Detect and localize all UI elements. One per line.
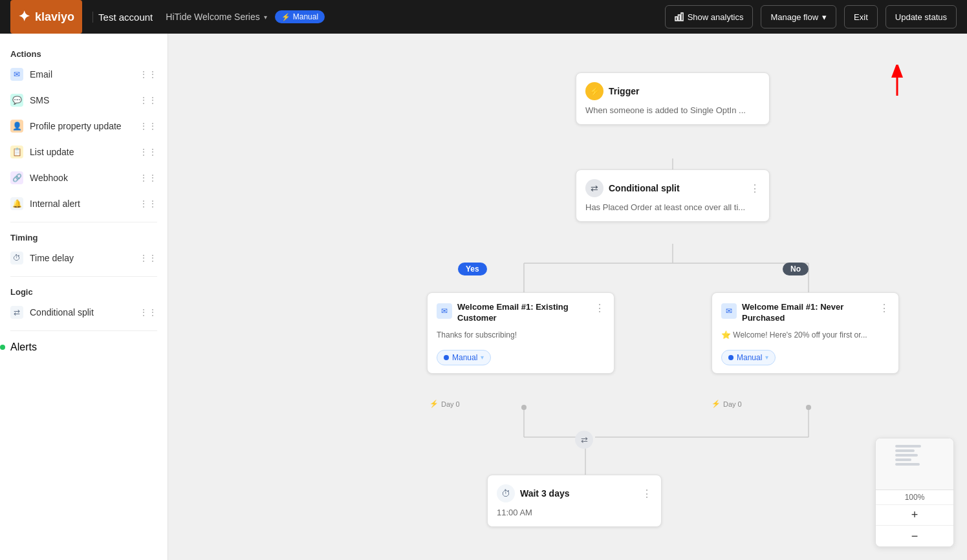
sidebar-item-sms[interactable]: 💬 SMS ⋮⋮	[0, 87, 168, 113]
drag-handle-icon: ⋮⋮	[139, 121, 157, 131]
flow-canvas[interactable]: ⚡ Trigger When someone is added to Singl…	[168, 34, 967, 560]
wait-icon: ⏱	[497, 484, 515, 502]
exit-button[interactable]: Exit	[844, 5, 878, 28]
email-right-status[interactable]: Manual ▾	[721, 350, 776, 365]
alert-icon: 🔔	[10, 197, 23, 210]
sidebar-item-email[interactable]: ✉ Email ⋮⋮	[0, 61, 168, 87]
list-icon: 📋	[10, 145, 23, 158]
mini-line	[895, 463, 920, 466]
drag-handle-icon: ⋮⋮	[139, 173, 157, 183]
logic-section-title: Logic	[0, 282, 168, 299]
email-left-icon: ✉	[437, 303, 452, 319]
svg-rect-0	[675, 17, 677, 21]
timing-section-title: Timing	[0, 228, 168, 245]
webhook-icon: 🔗	[10, 171, 23, 184]
list-label: List update	[30, 147, 74, 157]
email-node-right[interactable]: ✉ Welcome Email #1: Never Purchased ⋮ ⭐ …	[712, 292, 899, 374]
wait-node[interactable]: ⏱ Wait 3 days ⋮ 11:00 AM	[487, 475, 662, 527]
account-name: Test account	[92, 12, 153, 23]
badge-no: No	[783, 263, 809, 275]
merge-node: ⇄	[575, 431, 593, 449]
wait-more-icon[interactable]: ⋮	[642, 488, 652, 500]
wait-body: 11:00 AM	[488, 508, 661, 526]
email-right-more-icon[interactable]: ⋮	[879, 302, 889, 314]
email-icon: ✉	[10, 68, 23, 81]
cond-split-icon: ⇄	[585, 179, 603, 197]
email-node-left[interactable]: ✉ Welcome Email #1: Existing Customer ⋮ …	[427, 292, 614, 374]
email-left-more-icon[interactable]: ⋮	[594, 302, 605, 314]
manual-badge-label: Manual	[293, 12, 318, 21]
manage-flow-chevron-icon: ▾	[822, 12, 827, 22]
zoom-controls: 100% + −	[875, 438, 954, 547]
drag-handle-icon: ⋮⋮	[139, 307, 157, 318]
conditional-label: Conditional split	[30, 307, 94, 318]
manage-flow-button[interactable]: Manage flow ▾	[761, 5, 836, 28]
mini-line	[895, 445, 921, 447]
sidebar: Actions ✉ Email ⋮⋮ 💬 SMS ⋮⋮ 👤 Profile pr…	[0, 34, 168, 560]
trigger-body: When someone is added to Single OptIn ..…	[576, 105, 769, 124]
update-status-label: Update status	[895, 12, 947, 22]
conditional-icon: ⇄	[10, 306, 23, 319]
webhook-label: Webhook	[30, 173, 68, 183]
more-options-icon[interactable]: ⋮	[750, 182, 760, 195]
sidebar-item-webhook[interactable]: 🔗 Webhook ⋮⋮	[0, 165, 168, 191]
divider	[10, 330, 157, 331]
show-analytics-label: Show analytics	[688, 12, 744, 22]
wait-title: Wait 3 days	[520, 488, 570, 499]
day-label-left: ⚡ Day 0	[429, 400, 460, 408]
svg-rect-2	[681, 13, 683, 21]
drag-handle-icon: ⋮⋮	[139, 69, 157, 80]
lightning-icon: ⚡	[429, 400, 439, 408]
internal-alert-label: Internal alert	[30, 199, 80, 209]
profile-label: Profile property update	[30, 121, 122, 131]
sms-label: SMS	[30, 95, 49, 105]
zoom-in-button[interactable]: +	[876, 505, 953, 526]
show-analytics-button[interactable]: Show analytics	[665, 5, 754, 28]
email-right-body: ⭐ Welcome! Here's 20% off your first or.…	[712, 328, 898, 346]
status-dot-icon	[444, 355, 449, 360]
mini-line	[895, 449, 915, 452]
svg-point-15	[521, 405, 527, 410]
sidebar-item-internal-alert[interactable]: 🔔 Internal alert ⋮⋮	[0, 191, 168, 217]
email-label: Email	[30, 69, 52, 80]
trigger-title: Trigger	[609, 86, 639, 96]
cond-split-body: Has Placed Order at least once over all …	[576, 202, 769, 221]
email-right-status-label: Manual	[737, 353, 762, 362]
email-left-status[interactable]: Manual ▾	[437, 350, 491, 365]
time-icon: ⏱	[10, 252, 23, 264]
drag-handle-icon: ⋮⋮	[139, 199, 157, 209]
analytics-icon	[675, 12, 684, 21]
trigger-node[interactable]: ⚡ Trigger When someone is added to Singl…	[576, 72, 770, 125]
flow-name-label: HiTide Welcome Series	[166, 12, 260, 22]
drag-handle-icon: ⋮⋮	[139, 95, 157, 105]
trigger-icon: ⚡	[585, 82, 603, 100]
badge-yes: Yes	[458, 263, 487, 275]
flow-name-selector[interactable]: HiTide Welcome Series ▾	[166, 12, 267, 22]
email-right-title: Welcome Email #1: Never Purchased	[742, 302, 874, 324]
header: ✦ klaviyo Test account HiTide Welcome Se…	[0, 0, 967, 34]
alerts-status-dot	[0, 345, 5, 350]
status-chevron-icon: ▾	[481, 354, 484, 361]
sidebar-item-conditional-split[interactable]: ⇄ Conditional split ⋮⋮	[0, 299, 168, 325]
status-chevron-icon: ▾	[765, 354, 768, 361]
sidebar-item-profile[interactable]: 👤 Profile property update ⋮⋮	[0, 113, 168, 139]
update-status-button[interactable]: Update status	[886, 5, 957, 28]
zoom-level-label: 100%	[876, 490, 953, 505]
email-left-title: Welcome Email #1: Existing Customer	[457, 302, 589, 324]
mini-map	[876, 438, 953, 490]
zoom-out-button[interactable]: −	[876, 526, 953, 546]
arrow-up-icon	[884, 65, 910, 97]
exit-label: Exit	[854, 12, 868, 22]
divider	[10, 222, 157, 222]
drag-handle-icon: ⋮⋮	[139, 253, 157, 263]
manual-badge: Manual	[275, 10, 325, 23]
divider	[10, 276, 157, 277]
sidebar-item-list-update[interactable]: 📋 List update ⋮⋮	[0, 139, 168, 165]
conditional-split-node[interactable]: ⇄ Conditional split ⋮ Has Placed Order a…	[576, 169, 770, 222]
logo-area: ✦ klaviyo	[10, 0, 82, 34]
sidebar-item-time-delay[interactable]: ⏱ Time delay ⋮⋮	[0, 245, 168, 271]
sidebar-item-alerts[interactable]: Alerts	[0, 336, 168, 358]
alerts-label: Alerts	[10, 341, 37, 353]
drag-handle-icon: ⋮⋮	[139, 147, 157, 157]
cond-split-title: Conditional split	[609, 183, 680, 193]
